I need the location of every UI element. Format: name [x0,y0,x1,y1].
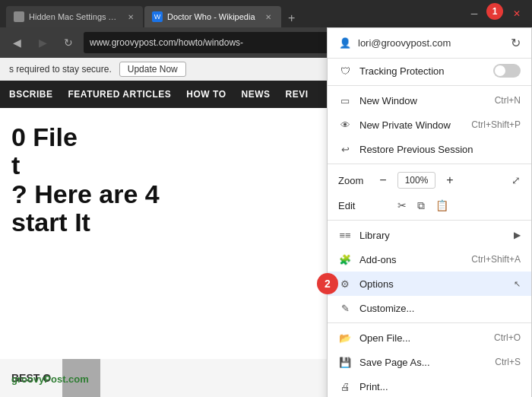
refresh-button[interactable]: ↻ [58,32,79,53]
separator-4 [328,322,531,323]
tab2-title: Doctor Who - Wikipedia [167,12,255,21]
tab-1[interactable]: Hidden Mac Settings You Ca... ✕ [6,6,143,27]
update-now-button[interactable]: Update Now [119,62,186,77]
options-wrapper: 2 ⚙ Options ↖ [328,272,531,296]
private-window-label: New Private Window [359,119,464,131]
separator-2 [328,164,531,164]
zoom-out-button[interactable]: − [375,172,391,189]
customize-item[interactable]: ✎ Customize... [328,296,531,320]
dropdown-menu: 👤 lori@groovypost.com ↻ 🛡 Tracking Prote… [327,27,532,397]
new-window-icon: ▭ [338,94,352,107]
tab2-close-icon[interactable]: ✕ [263,11,274,22]
new-window-label: New Window [359,95,487,106]
notification-badge: 1 [486,3,503,20]
library-label: Library [359,230,506,241]
nav-news[interactable]: NEWS [241,89,270,100]
new-window-item[interactable]: ▭ New Window Ctrl+N [328,88,531,113]
print-label: Print... [359,381,521,392]
back-button[interactable]: ◀ [6,32,27,53]
print-item[interactable]: 🖨 Print... [328,374,531,397]
zoom-label: Zoom [338,175,369,186]
separator-1 [328,85,531,86]
zoom-expand-icon[interactable]: ⤢ [511,174,521,186]
addons-shortcut: Ctrl+Shift+A [471,254,521,265]
options-item[interactable]: ⚙ Options ↖ [328,272,531,296]
email-text: lori@groovypost.com [358,37,451,49]
private-window-item[interactable]: 👁 New Private Window Ctrl+Shift+P [328,113,531,137]
tab1-close-icon[interactable]: ✕ [127,11,135,22]
zoom-in-button[interactable]: + [442,172,458,189]
customize-icon: ✎ [338,301,352,315]
restore-icon: ↩ [338,142,352,156]
title-bar: Hidden Mac Settings You Ca... ✕ W Doctor… [0,0,532,27]
open-file-shortcut: Ctrl+O [494,332,521,343]
save-page-icon: 💾 [338,355,352,369]
account-icon: 👤 [338,37,352,50]
open-file-item[interactable]: 📂 Open File... Ctrl+O [328,326,531,350]
open-file-label: Open File... [359,332,486,344]
open-file-icon: 📂 [338,331,352,345]
shield-icon: 🛡 [338,64,352,78]
zoom-value: 100% [397,172,435,189]
groovy-logo: groovyPost.com [11,373,89,385]
edit-row: Edit ✂ ⧉ 📋 [328,194,531,218]
addons-icon: 🧩 [338,252,352,266]
private-window-shortcut: Ctrl+Shift+P [471,119,521,130]
menu-header: 👤 lori@groovypost.com ↻ [328,28,531,59]
tab2-favicon: W [152,11,163,22]
tab1-favicon [14,11,24,22]
zoom-row: Zoom − 100% + ⤢ [328,167,531,194]
library-menu-icon: ≡≡ [338,228,352,242]
restore-session-item[interactable]: ↩ Restore Previous Session [328,137,531,161]
copy-icon[interactable]: ⧉ [417,199,425,212]
library-arrow-icon: ▶ [514,230,521,240]
addons-label: Add-ons [359,254,464,265]
nav-subscribe[interactable]: BSCRIBE [9,89,53,100]
customize-label: Customize... [359,303,521,314]
toggle-knob [495,65,505,76]
menu-email: 👤 lori@groovypost.com [338,37,451,50]
addons-item[interactable]: 🧩 Add-ons Ctrl+Shift+A [328,247,531,272]
nav-howto[interactable]: HOW TO [186,89,226,100]
nav-featured[interactable]: FEATURED ARTICLES [68,89,172,100]
tab1-title: Hidden Mac Settings You Ca... [29,12,119,21]
cut-icon[interactable]: ✂ [397,199,407,212]
separator-3 [328,220,531,221]
edit-label: Edit [338,200,369,211]
address-text: www.groovypost.com/howto/windows- [90,37,347,48]
tab-2[interactable]: W Doctor Who - Wikipedia ✕ [144,6,281,27]
restore-label: Restore Previous Session [359,144,521,155]
tabs-area: Hidden Mac Settings You Ca... ✕ W Doctor… [6,0,465,27]
save-page-item[interactable]: 💾 Save Page As... Ctrl+S [328,350,531,374]
step-badge-2: 2 [317,273,338,294]
minimize-button[interactable]: ─ [465,5,483,23]
edit-icons: ✂ ⧉ 📋 [397,199,448,212]
nav-reviews[interactable]: REVI [285,89,308,100]
sync-icon[interactable]: ↻ [511,36,521,50]
close-button[interactable]: ✕ [508,5,526,23]
forward-button[interactable]: ▶ [32,32,53,53]
options-label: Options [359,278,506,290]
print-icon: 🖨 [338,380,352,393]
options-icon: ⚙ [338,277,352,291]
tracking-protection-row: 🛡 Tracking Protection [328,59,531,83]
paste-icon[interactable]: 📋 [435,199,448,212]
library-item[interactable]: ≡≡ Library ▶ [328,223,531,247]
new-window-shortcut: Ctrl+N [495,95,521,106]
tracking-label: Tracking Protection [359,65,486,77]
update-message: s required to stay secure. [9,64,112,75]
save-page-shortcut: Ctrl+S [495,357,521,367]
browser-frame: Hidden Mac Settings You Ca... ✕ W Doctor… [0,0,532,397]
private-window-icon: 👁 [338,118,352,132]
save-page-label: Save Page As... [359,357,487,368]
new-tab-button[interactable]: + [283,9,301,27]
tracking-toggle[interactable] [493,64,521,78]
